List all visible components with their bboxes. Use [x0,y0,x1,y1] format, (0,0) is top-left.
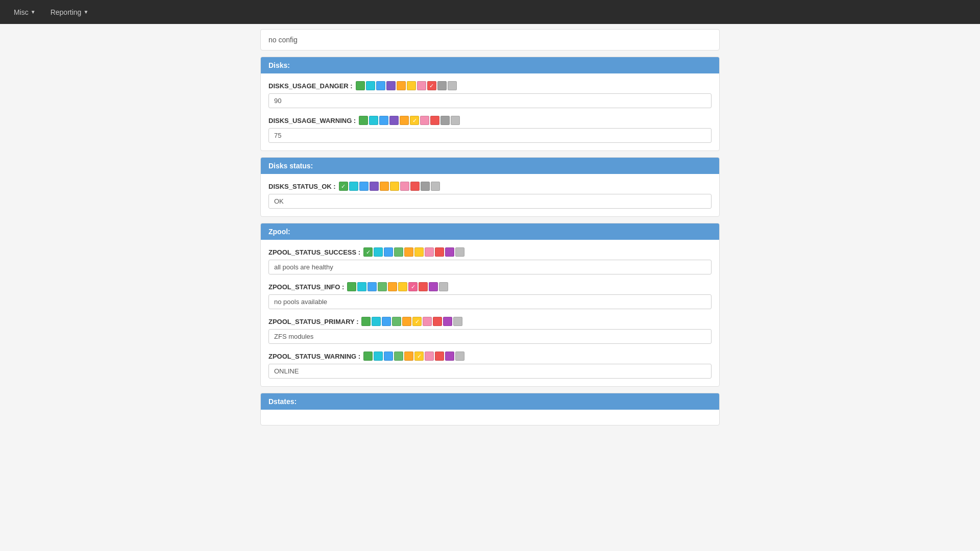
swatch-disks_usage_warning-4[interactable] [400,116,409,125]
swatch-zpool_status_warning-9[interactable] [455,352,464,361]
swatch-zpool_status_warning-2[interactable] [384,352,393,361]
swatch-disks_usage_warning-9[interactable] [451,116,460,125]
misc-label: Misc [14,8,29,16]
config-input-zpool_status_warning[interactable] [268,364,712,379]
swatch-group-disks_status_ok: ✓ [339,182,440,191]
swatch-disks_status_ok-9[interactable] [431,182,440,191]
section-body-disks: DISKS_USAGE_DANGER :✓DISKS_USAGE_WARNING… [261,73,719,151]
swatch-disks_usage_warning-1[interactable] [369,116,378,125]
swatch-zpool_status_info-0[interactable] [347,282,356,291]
config-row-zpool_status_success: ZPOOL_STATUS_SUCCESS :✓ [268,247,712,274]
swatch-zpool_status_success-6[interactable] [425,247,434,257]
misc-menu[interactable]: Misc ▼ [8,4,42,20]
swatch-disks_usage_warning-0[interactable] [359,116,368,125]
swatch-group-zpool_status_info: ✓ [347,282,448,291]
label-row-disks_usage_danger: DISKS_USAGE_DANGER :✓ [268,81,712,90]
swatch-disks_status_ok-7[interactable] [410,182,420,191]
swatch-zpool_status_info-2[interactable] [368,282,377,291]
section-body-dstates [261,410,719,425]
swatch-zpool_status_info-6[interactable]: ✓ [408,282,418,291]
swatch-zpool_status_success-8[interactable] [445,247,454,257]
swatch-disks_usage_danger-3[interactable] [386,81,396,90]
swatch-group-disks_usage_warning: ✓ [359,116,460,125]
swatch-zpool_status_primary-4[interactable] [402,317,411,326]
swatch-zpool_status_success-7[interactable] [435,247,444,257]
swatch-zpool_status_success-9[interactable] [455,247,464,257]
swatch-disks_usage_danger-1[interactable] [366,81,375,90]
swatch-zpool_status_info-3[interactable] [378,282,387,291]
section-dstates: Dstates: [260,393,720,425]
swatch-disks_usage_warning-6[interactable] [420,116,429,125]
swatch-disks_usage_danger-9[interactable] [448,81,457,90]
swatch-disks_usage_danger-6[interactable] [417,81,426,90]
swatch-zpool_status_warning-6[interactable] [425,352,434,361]
swatch-zpool_status_primary-0[interactable] [361,317,371,326]
swatch-zpool_status_success-0[interactable]: ✓ [363,247,373,257]
config-row-disks_usage_danger: DISKS_USAGE_DANGER :✓ [268,81,712,108]
config-input-zpool_status_primary[interactable] [268,329,712,344]
config-input-zpool_status_info[interactable] [268,294,712,309]
config-input-disks_status_ok[interactable] [268,194,712,209]
swatch-zpool_status_info-1[interactable] [357,282,366,291]
reporting-arrow: ▼ [83,9,88,15]
swatch-disks_usage_danger-5[interactable] [407,81,416,90]
reporting-label: Reporting [51,8,82,16]
swatch-zpool_status_warning-1[interactable] [374,352,383,361]
swatch-zpool_status_warning-7[interactable] [435,352,444,361]
swatch-zpool_status_success-5[interactable] [414,247,424,257]
swatch-disks_usage_warning-7[interactable] [430,116,439,125]
swatch-zpool_status_primary-2[interactable] [382,317,391,326]
swatch-disks_status_ok-4[interactable] [380,182,389,191]
swatch-zpool_status_info-4[interactable] [388,282,397,291]
swatch-zpool_status_info-7[interactable] [419,282,428,291]
swatch-disks_usage_warning-5[interactable]: ✓ [410,116,419,125]
config-input-disks_usage_danger[interactable] [268,93,712,108]
swatch-zpool_status_info-8[interactable] [429,282,438,291]
swatch-disks_status_ok-1[interactable] [349,182,358,191]
config-label-zpool_status_success: ZPOOL_STATUS_SUCCESS : [268,248,360,256]
no-config-text: no config [268,36,298,44]
swatch-disks_status_ok-8[interactable] [421,182,430,191]
swatch-zpool_status_primary-8[interactable] [443,317,452,326]
swatch-disks_status_ok-6[interactable] [400,182,409,191]
swatch-disks_usage_danger-8[interactable] [437,81,447,90]
swatch-disks_status_ok-2[interactable] [359,182,369,191]
reporting-menu[interactable]: Reporting ▼ [44,4,95,20]
section-zpool: Zpool:ZPOOL_STATUS_SUCCESS :✓ZPOOL_STATU… [260,223,720,387]
swatch-zpool_status_primary-7[interactable] [433,317,442,326]
swatch-zpool_status_warning-3[interactable] [394,352,403,361]
swatch-zpool_status_success-4[interactable] [404,247,413,257]
swatch-disks_usage_warning-8[interactable] [440,116,450,125]
swatch-disks_usage_danger-7[interactable]: ✓ [427,81,436,90]
swatch-zpool_status_warning-4[interactable] [404,352,413,361]
swatch-group-zpool_status_warning: ✓ [363,352,464,361]
swatch-zpool_status_primary-3[interactable] [392,317,401,326]
section-header-dstates: Dstates: [261,393,719,410]
swatch-zpool_status_primary-9[interactable] [453,317,462,326]
swatch-zpool_status_success-2[interactable] [384,247,393,257]
swatch-disks_status_ok-3[interactable] [370,182,379,191]
section-body-zpool: ZPOOL_STATUS_SUCCESS :✓ZPOOL_STATUS_INFO… [261,240,719,386]
misc-arrow: ▼ [31,9,36,15]
swatch-disks_usage_danger-0[interactable] [356,81,365,90]
config-label-disks_usage_danger: DISKS_USAGE_DANGER : [268,82,353,90]
swatch-disks_usage_warning-3[interactable] [389,116,399,125]
swatch-disks_usage_danger-2[interactable] [376,81,385,90]
swatch-zpool_status_info-5[interactable] [398,282,407,291]
swatch-zpool_status_warning-5[interactable]: ✓ [414,352,424,361]
swatch-zpool_status_success-1[interactable] [374,247,383,257]
swatch-zpool_status_success-3[interactable] [394,247,403,257]
swatch-zpool_status_primary-1[interactable] [372,317,381,326]
swatch-zpool_status_info-9[interactable] [439,282,448,291]
swatch-disks_usage_danger-4[interactable] [397,81,406,90]
swatch-zpool_status_warning-0[interactable] [363,352,373,361]
swatch-disks_status_ok-0[interactable]: ✓ [339,182,348,191]
config-input-disks_usage_warning[interactable] [268,128,712,143]
swatch-disks_usage_warning-2[interactable] [379,116,388,125]
swatch-group-disks_usage_danger: ✓ [356,81,457,90]
swatch-zpool_status_primary-5[interactable]: ✓ [412,317,422,326]
swatch-zpool_status_primary-6[interactable] [423,317,432,326]
config-input-zpool_status_success[interactable] [268,260,712,274]
swatch-disks_status_ok-5[interactable] [390,182,399,191]
swatch-zpool_status_warning-8[interactable] [445,352,454,361]
